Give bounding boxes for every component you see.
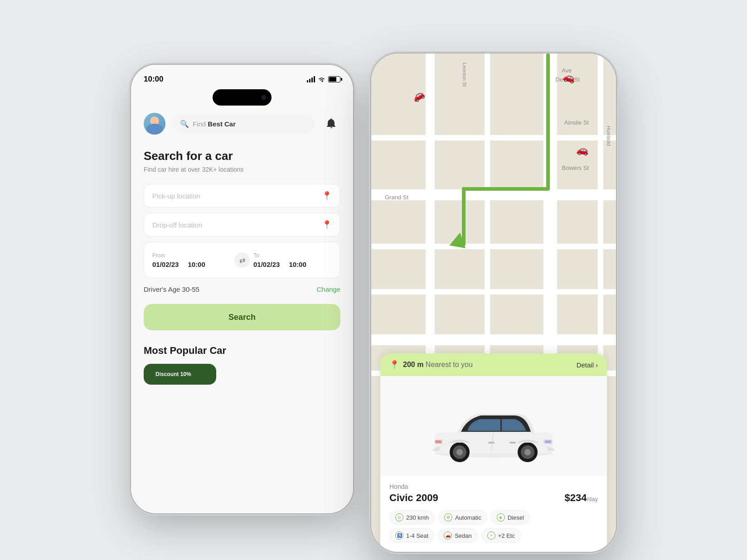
feature-speed: ⊙ 230 kmh [389, 510, 435, 525]
price-value: $234 [564, 492, 587, 503]
type-icon: 🚗 [444, 531, 452, 540]
distance-header: 📍 200 m Nearest to you Detail › [380, 353, 607, 376]
svg-point-13 [524, 449, 531, 455]
map-car-3: 🚗 [576, 144, 589, 156]
date-time-row[interactable]: From 01/02/23 10:00 ⇄ To 01/02/23 10: [144, 242, 340, 278]
distance-text: 200 m Nearest to you [403, 361, 473, 369]
feature-type: 🚗 Sedan [438, 528, 478, 543]
battery-icon [328, 76, 340, 82]
page-title: Search for a car [144, 149, 340, 163]
street-label-grand: Grand St [385, 194, 408, 201]
car-model-name: Civic 2009 [389, 492, 438, 504]
street-label-bowers: Bowers St [562, 164, 589, 171]
dropoff-pin-icon: 📍 [322, 220, 332, 230]
from-label: From [152, 252, 231, 259]
search-bar-text: Find Best Car [193, 120, 236, 128]
pickup-pin-icon: 📍 [322, 191, 332, 201]
nearest-label: Nearest to you [426, 361, 473, 368]
speed-icon: ⊙ [395, 513, 403, 521]
signal-icon [307, 76, 315, 82]
svg-point-10 [456, 449, 463, 455]
from-section: From 01/02/23 10:00 [152, 252, 231, 268]
etc-icon: + [487, 531, 495, 540]
map-car-1: 🚗 [410, 87, 426, 104]
status-time-1: 10:00 [144, 75, 163, 84]
from-date: 01/02/23 [152, 261, 179, 268]
dynamic-island-1 [213, 89, 272, 106]
car-name-price-row: Civic 2009 $234/day [389, 492, 598, 504]
driver-age-row: Driver's Age 30-55 Change [144, 285, 340, 293]
car-price: $234/day [564, 492, 598, 504]
popular-car-card[interactable]: Discount 10% [144, 364, 216, 385]
street-label-ainslie: Ainslie St [564, 119, 589, 126]
phone2: Ave Devoe St Ainslie St Bowers St Grand … [371, 53, 616, 552]
street-label-leonton: Leonton St [462, 63, 467, 87]
car-detail-card: 📍 200 m Nearest to you Detail › [380, 353, 607, 552]
car-brand: Honda [389, 483, 598, 490]
detail-label: Detail [577, 361, 594, 369]
app-header: 🔍 Find Best Car [144, 113, 340, 135]
distance-value: 200 m [403, 361, 423, 368]
auto-icon: ⚙ [444, 513, 452, 521]
discount-badge: Discount 10% [151, 369, 196, 379]
chevron-right-icon: › [596, 361, 598, 369]
to-section: To 01/02/23 10:00 [253, 252, 332, 268]
swap-dates-button[interactable]: ⇄ [234, 252, 250, 268]
svg-rect-14 [488, 442, 495, 444]
pickup-placeholder: Pick-up location [152, 192, 200, 200]
notification-bell-button[interactable] [322, 115, 340, 133]
status-icons-1 [307, 76, 340, 82]
feature-fuel: ◈ Diesel [491, 510, 530, 525]
wifi-icon [318, 77, 325, 82]
pickup-field[interactable]: Pick-up location 📍 [144, 184, 340, 208]
feature-etc: + +2 Etc [481, 528, 521, 543]
fuel-icon: ◈ [497, 513, 505, 521]
fuel-label: Diesel [508, 514, 524, 521]
search-bar[interactable]: 🔍 Find Best Car [173, 114, 315, 134]
price-period: /day [587, 496, 598, 502]
change-age-button[interactable]: Change [316, 285, 340, 293]
to-date: 01/02/23 [253, 261, 280, 268]
car-image-area [380, 376, 607, 476]
driver-age-label: Driver's Age 30-55 [144, 285, 199, 293]
feature-transmission: ⚙ Automatic [438, 510, 487, 525]
status-bar-1: 10:00 [131, 65, 353, 87]
transmission-label: Automatic [455, 514, 481, 521]
from-time: 10:00 [188, 261, 205, 268]
features-row-2: ♿ 1-4 Seat 🚗 Sedan + +2 Etc [389, 528, 598, 543]
etc-label: +2 Etc [498, 532, 515, 539]
car-info-section: Honda Civic 2009 $234/day ⊙ 230 kmh [380, 476, 607, 552]
to-time: 10:00 [289, 261, 306, 268]
di-camera-dot [262, 95, 266, 100]
dropoff-field[interactable]: Drop-off location 📍 [144, 213, 340, 237]
search-icon: 🔍 [180, 120, 189, 128]
search-button[interactable]: Search [144, 304, 340, 330]
distance-info: 📍 200 m Nearest to you [389, 360, 473, 370]
popular-section-title: Most Popular Car [144, 345, 340, 357]
speed-label: 230 kmh [406, 514, 429, 521]
car-image [421, 387, 566, 464]
detail-button[interactable]: Detail › [577, 361, 598, 369]
type-label: Sedan [455, 532, 472, 539]
location-pin-icon: 📍 [389, 360, 399, 370]
svg-rect-15 [509, 442, 516, 444]
phone1: 10:00 [131, 65, 353, 513]
svg-rect-7 [435, 440, 441, 443]
seats-label: 1-4 Seat [406, 532, 428, 539]
feature-seats: ♿ 1-4 Seat [389, 528, 434, 543]
to-label: To [253, 252, 332, 259]
seat-icon: ♿ [395, 531, 403, 540]
page-subtitle: Find car hire at over 32K+ locations [144, 166, 340, 173]
dropoff-placeholder: Drop-off location [152, 221, 202, 229]
features-row-1: ⊙ 230 kmh ⚙ Automatic ◈ Diesel [389, 510, 598, 525]
svg-rect-5 [545, 440, 551, 443]
avatar[interactable] [144, 113, 165, 135]
street-label-humbold: Humbold [606, 126, 611, 146]
